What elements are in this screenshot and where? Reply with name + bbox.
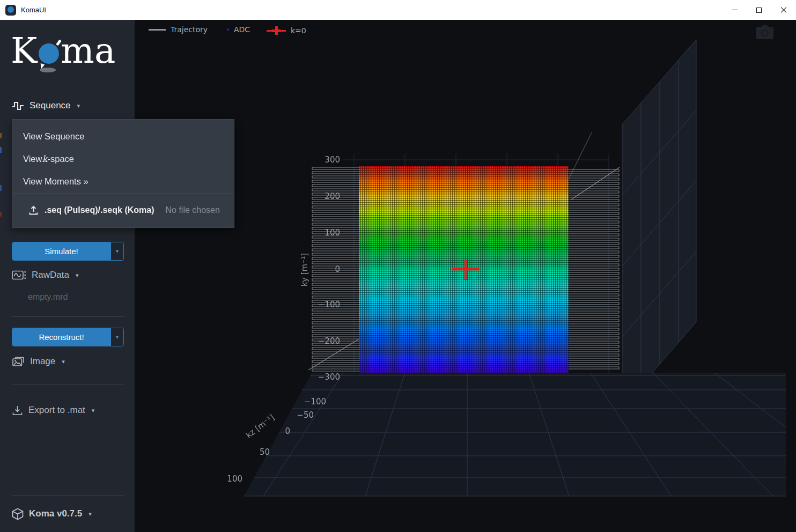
divider — [12, 385, 124, 385]
simulate-button[interactable]: Simulate! — [12, 242, 110, 260]
simulate-options-button[interactable]: ▾ — [110, 242, 123, 260]
rawdata-filename: empty.mrd — [28, 292, 68, 302]
sidebar: Kma Sequence ▾ Simulate! ▾ RawData ▾ emp… — [0, 20, 135, 532]
export-label: Export to .mat — [28, 405, 85, 416]
chevron-down-icon: ▾ — [77, 102, 80, 109]
svg-text:−200: −200 — [318, 336, 340, 346]
window-controls — [722, 0, 796, 20]
occluded-icon-sliver — [0, 133, 2, 138]
chevron-down-icon: ▾ — [62, 358, 65, 365]
occluded-icon-sliver — [0, 212, 2, 217]
logo-text-ma: ma — [61, 30, 115, 71]
rawdata-signal-icon — [12, 270, 26, 280]
maximize-button[interactable] — [747, 0, 771, 20]
rawdata-label: RawData — [32, 270, 69, 280]
sequence-pulse-icon — [12, 101, 24, 111]
divider — [12, 316, 124, 317]
svg-text:50: 50 — [260, 447, 270, 457]
maximize-icon — [756, 8, 762, 13]
simulate-split-button: Simulate! ▾ — [12, 242, 124, 261]
svg-text:100: 100 — [325, 228, 340, 238]
camera-icon[interactable] — [755, 25, 775, 41]
close-button[interactable] — [771, 0, 796, 20]
chevron-down-icon: ▾ — [92, 407, 95, 414]
file-chosen-status: No file chosen — [166, 205, 220, 215]
menu-item-view-kspace[interactable]: View k-space — [12, 147, 234, 170]
svg-text:−100: −100 — [318, 300, 340, 309]
svg-text:−50: −50 — [297, 410, 314, 420]
image-label: Image — [30, 356, 55, 367]
occluded-icon-sliver — [0, 185, 2, 191]
occluded-icon-sliver — [0, 147, 2, 153]
globe-icon — [39, 43, 59, 64]
svg-text:200: 200 — [325, 191, 340, 201]
koma-logo: Kma — [11, 27, 115, 75]
export-mat-menu[interactable]: Export to .mat ▾ — [12, 401, 94, 419]
version-menu[interactable]: Koma v0.7.5 ▾ — [12, 505, 92, 523]
kspace-plot-pane: Trajectory ADC k=0 — [135, 20, 796, 532]
sequence-menu[interactable]: Sequence ▾ — [12, 97, 80, 115]
divider — [12, 495, 124, 496]
close-icon — [780, 7, 787, 13]
svg-text:−100: −100 — [304, 397, 326, 407]
reconstruct-button[interactable]: Reconstruct! — [12, 328, 110, 346]
dropdown-divider — [12, 194, 234, 194]
svg-text:0: 0 — [335, 264, 340, 274]
version-label: Koma v0.7.5 — [29, 508, 82, 519]
download-icon — [12, 405, 23, 416]
package-cube-icon — [12, 508, 24, 520]
image-menu[interactable]: Image ▾ — [12, 352, 65, 371]
sequence-label: Sequence — [30, 100, 71, 111]
window-title: KomaUI — [21, 6, 46, 14]
image-icon — [12, 356, 25, 367]
chevron-down-icon: ▾ — [76, 272, 79, 279]
upload-icon — [28, 205, 39, 216]
reconstruct-options-button[interactable]: ▾ — [110, 328, 123, 346]
minimize-button[interactable] — [722, 0, 747, 20]
svg-text:300: 300 — [325, 155, 340, 165]
menu-item-view-sequence[interactable]: View Sequence — [12, 125, 234, 147]
svg-text:100: 100 — [227, 474, 242, 484]
app-window: KomaUI Kma Sequence ▾ Simulate! ▾ — [0, 0, 796, 532]
app-icon-globe — [8, 6, 14, 13]
logo-text-k: K — [11, 30, 37, 71]
rawdata-menu[interactable]: RawData ▾ — [12, 266, 78, 284]
3d-scene[interactable]: 3002001000−100−200−300−100−50050100ky [m… — [135, 20, 796, 532]
chevron-down-icon: ▾ — [89, 511, 92, 518]
reconstruct-split-button: Reconstruct! ▾ — [12, 328, 124, 346]
upload-label: .seq (Pulseq)/.seqk (Koma) — [45, 205, 154, 215]
menu-item-view-moments[interactable]: View Moments » — [12, 170, 234, 193]
upload-seq-file-button[interactable]: .seq (Pulseq)/.seqk (Koma) No file chose… — [12, 195, 234, 225]
svg-text:0: 0 — [285, 426, 290, 436]
svg-text:−300: −300 — [318, 372, 340, 382]
svg-text:ky [m⁻¹]: ky [m⁻¹] — [300, 253, 309, 286]
titlebar: KomaUI — [0, 0, 796, 20]
sequence-dropdown-panel: View Sequence View k-space View Moments … — [12, 119, 234, 228]
minimize-icon — [732, 10, 738, 10]
app-icon — [5, 5, 16, 16]
svg-text:kz [m⁻¹]: kz [m⁻¹] — [244, 412, 276, 440]
